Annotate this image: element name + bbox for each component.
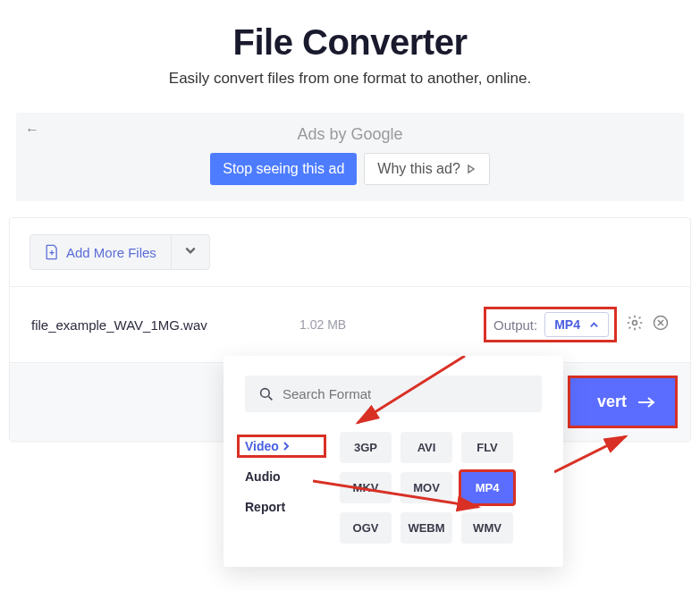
output-label: Output: [493,317,537,333]
play-triangle-icon [466,164,477,174]
add-more-label: Add More Files [66,245,156,260]
convert-label: vert [597,393,627,411]
file-row: file_example_WAV_1MG.wav 1.02 MB Output:… [10,286,690,363]
format-search-input[interactable] [283,386,527,401]
page-title: File Converter [0,22,700,63]
format-wmv[interactable]: WMV [461,512,513,544]
format-mov[interactable]: MOV [401,472,452,503]
file-size: 1.02 MB [299,317,398,332]
output-group: Output: MP4 [484,307,617,342]
svg-point-0 [633,321,637,325]
svg-point-2 [261,388,270,397]
ad-label: Ads by Google [16,125,684,144]
file-name: file_example_WAV_1MG.wav [31,317,299,333]
format-mkv[interactable]: MKV [340,472,392,503]
remove-file-button[interactable] [653,315,669,334]
settings-button[interactable] [626,314,644,335]
why-ad-button[interactable]: Why this ad? [364,153,489,185]
format-mp4[interactable]: MP4 [459,469,516,506]
close-icon [653,315,669,331]
page-header: File Converter Easily convert files from… [0,0,700,97]
format-webm[interactable]: WEBM [401,512,452,544]
format-3gp[interactable]: 3GP [340,432,392,463]
convert-button[interactable]: vert [568,376,678,428]
add-more-dropdown[interactable] [171,235,209,269]
category-audio[interactable]: Audio [245,469,318,484]
output-format-value: MP4 [554,317,580,332]
format-categories: Video Audio Report [245,432,318,544]
ad-banner: ← Ads by Google Stop seeing this ad Why … [16,113,684,201]
format-avi[interactable]: AVI [401,432,452,463]
back-arrow-icon[interactable]: ← [25,122,39,138]
toolbar: Add More Files [10,218,690,270]
page-subtitle: Easily convert files from one format to … [0,70,700,88]
chevron-down-icon [184,244,197,257]
format-grid: 3GP AVI FLV MKV MOV MP4 OGV WEBM WMV [340,432,513,544]
search-icon [259,387,274,401]
format-ogv[interactable]: OGV [340,512,392,544]
chevron-up-icon [589,320,599,330]
svg-line-5 [554,436,626,472]
category-report[interactable]: Report [245,500,318,514]
add-more-files: Add More Files [30,234,210,270]
stop-ad-button[interactable]: Stop seeing this ad [210,153,357,185]
gear-icon [626,314,644,332]
format-dropdown-popup: Video Audio Report 3GP AVI FLV MKV MOV M… [223,356,563,567]
category-video[interactable]: Video [237,435,326,458]
why-ad-label: Why this ad? [377,161,460,177]
output-format-dropdown[interactable]: MP4 [544,312,609,337]
add-more-button[interactable]: Add More Files [30,235,171,269]
format-flv[interactable]: FLV [461,432,513,463]
format-search[interactable] [245,376,542,412]
file-plus-icon [45,244,59,260]
arrow-right-icon [637,396,655,409]
chevron-right-icon [283,442,290,451]
